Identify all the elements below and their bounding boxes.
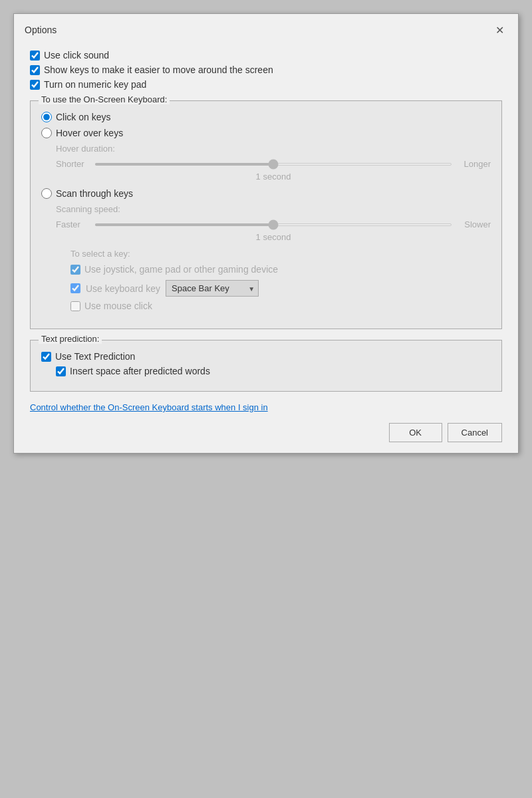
numeric-keypad-row[interactable]: Turn on numeric key pad — [30, 79, 502, 90]
use-keyboard-key-label: Use keyboard key — [86, 283, 160, 294]
hover-over-keys-radio[interactable] — [41, 128, 52, 138]
insert-space-container: Insert space after predicted words — [56, 366, 491, 376]
numeric-keypad-checkbox[interactable] — [30, 80, 40, 90]
key-select-wrapper: Space Bar Key Enter Key Tab Key — [166, 280, 259, 297]
use-click-sound-label: Use click sound — [44, 50, 109, 61]
use-text-prediction-row[interactable]: Use Text Prediction — [41, 351, 491, 362]
use-mouse-click-checkbox[interactable] — [70, 301, 80, 311]
options-dialog: Options ✕ Use click sound Show keys to m… — [13, 13, 519, 454]
use-joystick-checkbox[interactable] — [70, 265, 80, 275]
use-mouse-click-label: Use mouse click — [84, 301, 152, 311]
dialog-content: Use click sound Show keys to make it eas… — [14, 43, 518, 453]
click-on-keys-label: Click on keys — [56, 112, 110, 122]
hover-slider-container: Shorter Longer — [56, 159, 491, 169]
hover-shorter-label: Shorter — [56, 159, 88, 169]
ok-button[interactable]: OK — [389, 423, 442, 442]
title-bar: Options ✕ — [14, 14, 518, 43]
insert-space-checkbox[interactable] — [56, 366, 66, 376]
show-keys-checkbox[interactable] — [30, 65, 40, 75]
button-row: OK Cancel — [30, 423, 502, 442]
scan-through-keys-row[interactable]: Scan through keys — [41, 188, 491, 199]
keyboard-section: To use the On-Screen Keyboard: Click on … — [30, 100, 502, 329]
hover-duration-slider[interactable] — [94, 163, 452, 166]
hover-value: 1 second — [56, 172, 491, 182]
dialog-title: Options — [25, 25, 57, 35]
select-key-section: To select a key: Use joystick, game pad … — [70, 249, 491, 311]
keyboard-section-legend: To use the On-Screen Keyboard: — [39, 94, 170, 104]
use-joystick-label: Use joystick, game pad or other gaming d… — [84, 264, 278, 275]
use-joystick-row[interactable]: Use joystick, game pad or other gaming d… — [70, 264, 491, 275]
hover-longer-label: Longer — [459, 159, 491, 169]
use-text-prediction-checkbox[interactable] — [41, 352, 51, 362]
hover-sub-section: Hover duration: Shorter Longer 1 second — [56, 144, 491, 182]
click-on-keys-row[interactable]: Click on keys — [41, 112, 491, 122]
insert-space-row[interactable]: Insert space after predicted words — [56, 366, 491, 376]
scan-value: 1 second — [56, 232, 491, 242]
hover-over-keys-label: Hover over keys — [56, 128, 123, 138]
scan-through-keys-label: Scan through keys — [56, 188, 133, 199]
use-keyboard-key-checkbox[interactable] — [70, 283, 80, 293]
scan-slider-container: Faster Slower — [56, 219, 491, 229]
click-on-keys-radio[interactable] — [41, 112, 52, 122]
keyboard-startup-link[interactable]: Control whether the On-Screen Keyboard s… — [30, 402, 502, 412]
text-prediction-section: Text prediction: Use Text Prediction Ins… — [30, 340, 502, 392]
general-checkboxes: Use click sound Show keys to make it eas… — [30, 50, 502, 90]
use-keyboard-key-row: Use keyboard key Space Bar Key Enter Key… — [70, 280, 491, 297]
keyboard-key-select[interactable]: Space Bar Key Enter Key Tab Key — [166, 280, 259, 297]
scan-through-keys-radio[interactable] — [41, 188, 52, 199]
scan-speed-label: Scanning speed: — [56, 204, 491, 214]
hover-duration-label: Hover duration: — [56, 144, 491, 154]
use-click-sound-row[interactable]: Use click sound — [30, 50, 502, 61]
show-keys-row[interactable]: Show keys to make it easier to move arou… — [30, 65, 502, 75]
cancel-button[interactable]: Cancel — [448, 423, 502, 442]
show-keys-label: Show keys to make it easier to move arou… — [44, 65, 273, 75]
radio-group: Click on keys Hover over keys Hover dura… — [41, 112, 491, 311]
text-prediction-legend: Text prediction: — [39, 334, 102, 344]
use-mouse-click-row[interactable]: Use mouse click — [70, 301, 491, 311]
scan-faster-label: Faster — [56, 219, 88, 229]
close-button[interactable]: ✕ — [491, 22, 507, 38]
hover-over-keys-row[interactable]: Hover over keys — [41, 128, 491, 138]
use-click-sound-checkbox[interactable] — [30, 51, 40, 61]
use-text-prediction-label: Use Text Prediction — [55, 351, 135, 362]
select-key-label: To select a key: — [70, 249, 491, 259]
insert-space-label: Insert space after predicted words — [70, 366, 210, 376]
scan-speed-slider[interactable] — [94, 223, 452, 226]
numeric-keypad-label: Turn on numeric key pad — [44, 79, 146, 90]
scan-sub-section: Scanning speed: Faster Slower 1 second T… — [56, 204, 491, 311]
scan-slower-label: Slower — [459, 219, 491, 229]
